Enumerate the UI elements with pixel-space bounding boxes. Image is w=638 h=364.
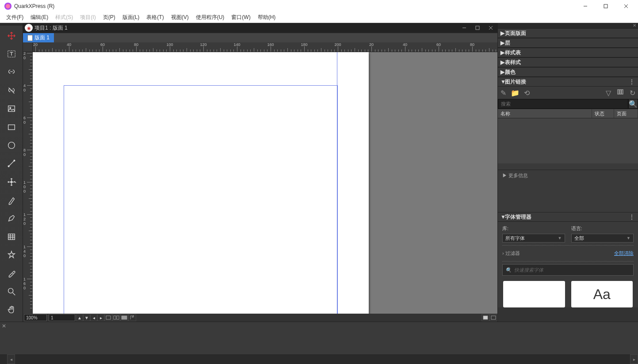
panel-page-layout[interactable]: ▶页面版面 bbox=[498, 28, 638, 38]
text-unlink-tool[interactable] bbox=[4, 83, 19, 98]
rectangle-box-tool[interactable] bbox=[4, 120, 19, 134]
freehand-tool[interactable] bbox=[4, 211, 19, 226]
panel-stylesheets[interactable]: ▶样式表 bbox=[498, 48, 638, 57]
hand-pan-tool[interactable] bbox=[4, 303, 19, 317]
document-status-bar: 100% 1 ▲ ▼ ◂ ▸ bbox=[23, 314, 497, 322]
menu-page[interactable]: 页(P) bbox=[100, 13, 118, 22]
view-toggle-a-icon[interactable] bbox=[481, 314, 489, 321]
export-icon[interactable] bbox=[128, 314, 136, 321]
horizontal-ruler[interactable]: 2040608010012014016018020020406080 bbox=[33, 42, 497, 52]
col-name[interactable]: 名称 bbox=[498, 109, 592, 118]
panel-image-links[interactable]: ▼图片链接⋮ bbox=[498, 77, 638, 87]
window-minimize-button[interactable] bbox=[575, 0, 596, 12]
ruler-origin[interactable] bbox=[23, 42, 33, 52]
scroll-left-button[interactable]: ◂ bbox=[7, 354, 15, 364]
document-canvas[interactable] bbox=[33, 52, 497, 314]
zoom-tool[interactable] bbox=[4, 284, 19, 299]
window-close-button[interactable] bbox=[616, 0, 636, 12]
panel-font-manager-label: 字体管理器 bbox=[505, 213, 531, 221]
page-field[interactable]: 1 bbox=[49, 314, 75, 321]
text-link-tool[interactable] bbox=[4, 65, 19, 80]
menu-help[interactable]: 帮助(H) bbox=[255, 13, 279, 22]
refresh-icon[interactable]: ⟲ bbox=[524, 89, 530, 97]
bezier-pen-tool[interactable] bbox=[4, 193, 19, 207]
font-preview-card[interactable]: Aa bbox=[571, 281, 633, 307]
nav-first-button[interactable]: ◂ bbox=[90, 314, 97, 321]
library-dropdown[interactable]: 所有字体▼ bbox=[502, 234, 565, 243]
menu-table[interactable]: 表格(T) bbox=[144, 13, 166, 22]
font-search-placeholder: 快速搜索字体 bbox=[514, 267, 543, 273]
panel-options-icon[interactable]: ⋮ bbox=[629, 78, 635, 85]
svg-point-11 bbox=[14, 160, 15, 162]
picture-content-tool[interactable] bbox=[4, 102, 19, 116]
menu-style[interactable]: 样式(S) bbox=[53, 13, 76, 22]
chevron-down-icon: ▼ bbox=[558, 236, 562, 240]
menu-window[interactable]: 窗口(W) bbox=[229, 13, 253, 22]
svg-rect-26 bbox=[117, 316, 119, 319]
col-page[interactable]: 页面 bbox=[614, 109, 638, 118]
panel-layers-label: 层 bbox=[505, 39, 510, 47]
svg-line-19 bbox=[12, 293, 15, 296]
panel-table-styles[interactable]: ▶表样式 bbox=[498, 57, 638, 67]
bottom-panel-close-button[interactable]: ✕ bbox=[2, 323, 6, 329]
image-links-search-input[interactable] bbox=[498, 99, 628, 109]
pan-move-tool[interactable] bbox=[4, 174, 19, 189]
font-preview-card[interactable] bbox=[503, 281, 565, 307]
menu-layout[interactable]: 版面(L) bbox=[120, 13, 142, 22]
font-manager-panel-body: 库: 所有字体▼ 语言: 全部▼ › 过滤器 全部清除 🔍 快速搜索字体 bbox=[498, 222, 638, 307]
line-tool[interactable] bbox=[4, 156, 19, 171]
view-output-icon[interactable] bbox=[120, 314, 128, 321]
view-toggle-b-icon[interactable] bbox=[489, 314, 497, 321]
clear-all-link[interactable]: 全部清除 bbox=[614, 250, 634, 257]
menu-utilities[interactable]: 使用程序(U) bbox=[193, 13, 227, 22]
page-up-button[interactable]: ▲ bbox=[76, 314, 83, 321]
item-tool[interactable] bbox=[4, 28, 19, 43]
starburst-tool[interactable] bbox=[4, 248, 19, 262]
vertical-ruler[interactable]: 20406080100120140160 bbox=[23, 52, 33, 314]
panel-options-icon[interactable]: ⋮ bbox=[629, 213, 635, 220]
more-info-section[interactable]: ▶ 更多信息 bbox=[498, 170, 638, 212]
doc-minimize-button[interactable] bbox=[458, 23, 471, 32]
zoom-field[interactable]: 100% bbox=[24, 314, 47, 321]
reload-icon[interactable]: ↻ bbox=[630, 89, 635, 97]
panel-image-links-label: 图片链接 bbox=[505, 78, 526, 86]
edit-icon[interactable]: ✎ bbox=[500, 89, 506, 97]
filter-toggle[interactable]: › 过滤器 bbox=[502, 250, 520, 257]
tab-layout-1[interactable]: 版面 1 bbox=[23, 33, 54, 42]
more-info-label: 更多信息 bbox=[508, 173, 528, 178]
page-spread[interactable] bbox=[33, 52, 369, 314]
menu-file[interactable]: 文件(F) bbox=[4, 13, 26, 22]
app-icon bbox=[4, 3, 11, 10]
columns-icon[interactable] bbox=[617, 89, 623, 97]
oval-box-tool[interactable] bbox=[4, 138, 19, 152]
panel-colors[interactable]: ▶颜色 bbox=[498, 67, 638, 77]
eyedropper-tool[interactable] bbox=[4, 266, 19, 281]
view-single-icon[interactable] bbox=[104, 314, 112, 321]
menu-item[interactable]: 项目(I) bbox=[77, 13, 98, 22]
image-links-list[interactable] bbox=[498, 118, 638, 163]
panel-layers[interactable]: ▶层 bbox=[498, 38, 638, 48]
panels-close-button[interactable]: ✕ bbox=[498, 23, 638, 28]
document-icon: ◉ bbox=[25, 24, 33, 32]
language-dropdown[interactable]: 全部▼ bbox=[571, 234, 634, 243]
doc-close-button[interactable] bbox=[484, 23, 497, 32]
panel-font-manager[interactable]: ▼字体管理器⋮ bbox=[498, 212, 638, 222]
filter-icon[interactable]: ▽ bbox=[606, 89, 611, 97]
doc-maximize-button[interactable] bbox=[471, 23, 484, 32]
horizontal-scrollbar[interactable]: ◂ ▸ bbox=[0, 354, 638, 364]
menu-edit[interactable]: 编辑(E) bbox=[28, 13, 51, 22]
text-content-tool[interactable] bbox=[4, 46, 19, 61]
window-maximize-button[interactable] bbox=[596, 0, 616, 12]
svg-rect-5 bbox=[8, 106, 15, 112]
view-spread-icon[interactable] bbox=[112, 314, 120, 321]
nav-prev-button[interactable]: ▸ bbox=[97, 314, 104, 321]
scroll-right-button[interactable]: ▸ bbox=[630, 354, 638, 364]
search-icon[interactable]: 🔍 bbox=[628, 99, 638, 109]
menu-view[interactable]: 视图(V) bbox=[168, 13, 191, 22]
table-tool[interactable] bbox=[4, 229, 19, 244]
folder-icon[interactable]: 📁 bbox=[511, 89, 520, 97]
font-search-input[interactable]: 🔍 快速搜索字体 bbox=[502, 264, 634, 276]
document-titlebar[interactable]: ◉ 项目1 : 版面 1 bbox=[23, 23, 497, 33]
col-status[interactable]: 状态 bbox=[592, 109, 614, 118]
page-down-button[interactable]: ▼ bbox=[83, 314, 90, 321]
